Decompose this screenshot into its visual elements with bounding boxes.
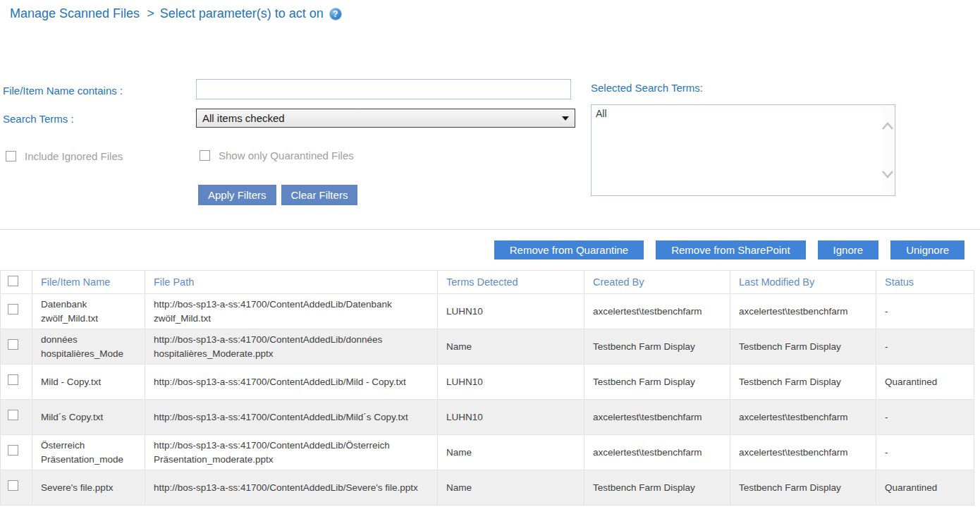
remove-from-sharepoint-button[interactable]: Remove from SharePoint <box>656 240 805 259</box>
col-header-created-by: Created By <box>584 271 730 294</box>
cell-created-by: axcelertest\testbenchfarm <box>584 294 730 329</box>
show-quarantined-checkbox[interactable] <box>200 150 210 161</box>
row-checkbox[interactable] <box>8 339 18 350</box>
cell-file-path: http://bos-sp13-a-ss:41700/ContentAddedL… <box>145 470 438 506</box>
cell-terms-detected: LUHN10 <box>438 365 584 400</box>
col-header-status: Status <box>876 271 974 294</box>
row-checkbox[interactable] <box>8 445 18 456</box>
chevron-down-icon <box>562 116 569 121</box>
cell-last-modified-by: Testbench Farm Display <box>730 365 876 400</box>
search-terms-dropdown[interactable]: All items checked <box>196 109 575 128</box>
cell-file-path: http://bos-sp13-a-ss:41700/ContentAddedL… <box>145 435 438 470</box>
col-header-last-modified-by: Last Modified By <box>730 271 876 294</box>
scroll-up-icon[interactable] <box>881 121 895 130</box>
cell-file-name: Severe's file.pptx <box>32 470 145 506</box>
cell-file-name: Österreich Präsentation_mode <box>32 435 145 470</box>
unignore-button[interactable]: Unignore <box>890 240 964 259</box>
manage-scanned-files-page: Manage Scanned Files > Select parameter(… <box>0 0 980 507</box>
include-ignored-checkbox[interactable] <box>6 151 16 161</box>
table-row: Datenbank zwölf_Mild.txt http://bos-sp13… <box>1 294 974 329</box>
cell-file-name: Mild - Copy.txt <box>32 365 145 400</box>
table-row: Mild - Copy.txt http://bos-sp13-a-ss:417… <box>1 365 974 400</box>
ignore-button[interactable]: Ignore <box>818 240 879 259</box>
include-ignored-label: Include Ignored Files <box>25 150 123 162</box>
cell-created-by: Testbench Farm Display <box>584 470 730 506</box>
show-quarantined-row: Show only Quarantined Files <box>200 149 354 161</box>
row-checkbox[interactable] <box>8 374 18 385</box>
table-header-row: File/Item Name File Path Terms Detected … <box>1 271 974 294</box>
cell-terms-detected: Name <box>438 329 584 365</box>
cell-terms-detected: Name <box>438 470 584 506</box>
row-checkbox[interactable] <box>8 410 18 420</box>
cell-status: - <box>876 329 974 365</box>
cell-file-name: Mild´s Copy.txt <box>32 400 145 435</box>
col-header-file-path: File Path <box>145 271 438 294</box>
cell-file-path: http://bos-sp13-a-ss:41700/ContentAddedL… <box>145 294 438 329</box>
cell-status: - <box>876 294 974 329</box>
help-icon[interactable]: ? <box>329 8 342 20</box>
cell-terms-detected: Name <box>438 435 584 470</box>
file-name-input[interactable] <box>196 79 571 99</box>
cell-file-name: données hospitalières_Mode <box>32 329 145 365</box>
cell-last-modified-by: Testbench Farm Display <box>730 329 876 365</box>
filter-buttons: Apply Filters Clear Filters <box>198 185 357 205</box>
table-row: Mild´s Copy.txt http://bos-sp13-a-ss:417… <box>1 400 974 435</box>
breadcrumb-primary[interactable]: Manage Scanned Files <box>10 6 140 21</box>
scanned-files-table: File/Item Name File Path Terms Detected … <box>0 270 974 506</box>
cell-status: Quarantined <box>876 365 974 400</box>
clear-filters-button[interactable]: Clear Filters <box>281 185 358 205</box>
cell-status: - <box>876 400 974 435</box>
include-ignored-row: Include Ignored Files <box>6 150 123 162</box>
breadcrumb-separator: > <box>147 6 154 21</box>
table-row: Österreich Präsentation_mode http://bos-… <box>1 435 974 470</box>
cell-last-modified-by: axcelertest\testbenchfarm <box>730 294 876 329</box>
select-all-checkbox[interactable] <box>8 276 18 286</box>
cell-file-path: http://bos-sp13-a-ss:41700/ContentAddedL… <box>145 329 438 365</box>
table-row: Severe's file.pptx http://bos-sp13-a-ss:… <box>1 470 974 506</box>
cell-file-name: Datenbank zwölf_Mild.txt <box>32 294 145 329</box>
cell-last-modified-by: axcelertest\testbenchfarm <box>730 435 876 470</box>
col-header-terms-detected: Terms Detected <box>438 271 584 294</box>
action-buttons: Remove from Quarantine Remove from Share… <box>494 240 964 259</box>
selected-search-terms-label: Selected Search Terms: <box>591 82 703 94</box>
cell-created-by: axcelertest\testbenchfarm <box>584 400 730 435</box>
search-terms-label: Search Terms : <box>3 113 74 125</box>
breadcrumb: Manage Scanned Files > Select parameter(… <box>10 6 342 21</box>
apply-filters-button[interactable]: Apply Filters <box>198 185 276 205</box>
cell-terms-detected: LUHN10 <box>438 294 584 329</box>
cell-last-modified-by: Testbench Farm Display <box>730 470 876 506</box>
file-name-label: File/Item Name contains : <box>3 85 123 97</box>
section-divider <box>0 229 980 230</box>
cell-created-by: Testbench Farm Display <box>584 329 730 365</box>
cell-terms-detected: LUHN10 <box>438 400 584 435</box>
select-all-cell <box>1 271 32 294</box>
col-header-file-name: File/Item Name <box>32 271 145 294</box>
cell-created-by: Testbench Farm Display <box>584 365 730 400</box>
show-quarantined-label: Show only Quarantined Files <box>219 149 354 161</box>
row-checkbox[interactable] <box>8 304 18 314</box>
scrollbar[interactable] <box>881 106 894 195</box>
row-checkbox[interactable] <box>8 480 18 491</box>
search-terms-dropdown-value: All items checked <box>202 112 285 124</box>
cell-file-path: http://bos-sp13-a-ss:41700/ContentAddedL… <box>145 400 438 435</box>
cell-status: - <box>876 435 974 470</box>
page-title: Select parameter(s) to act on <box>160 6 324 21</box>
remove-from-quarantine-button[interactable]: Remove from Quarantine <box>494 240 644 259</box>
table-row: données hospitalières_Mode http://bos-sp… <box>1 329 974 365</box>
cell-file-path: http://bos-sp13-a-ss:41700/ContentAddedL… <box>145 365 438 400</box>
selected-search-terms-box[interactable]: All <box>591 104 895 196</box>
scroll-down-icon[interactable] <box>881 170 895 179</box>
cell-status: Quarantined <box>876 470 974 506</box>
cell-created-by: axcelertest\testbenchfarm <box>584 435 730 470</box>
cell-last-modified-by: axcelertest\testbenchfarm <box>730 400 876 435</box>
selected-search-terms-value: All <box>596 108 607 119</box>
